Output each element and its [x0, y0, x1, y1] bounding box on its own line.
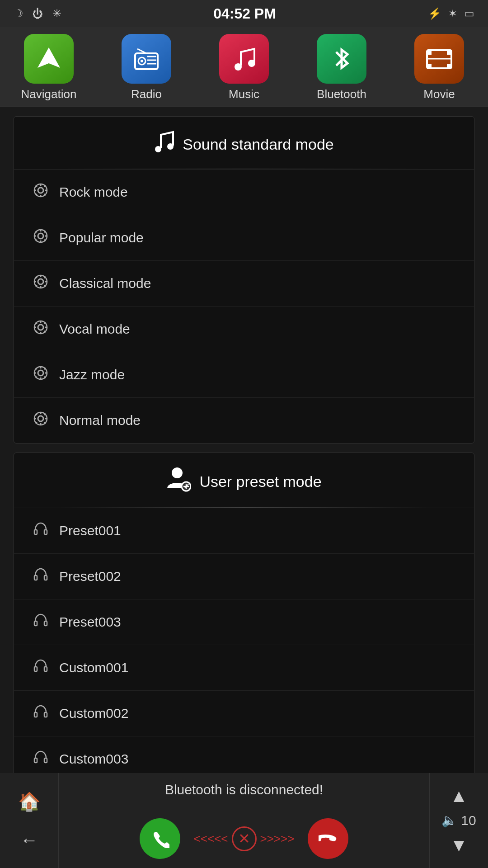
svg-rect-88 [44, 621, 47, 626]
user-preset-icon [166, 466, 191, 498]
music-icon [219, 34, 269, 84]
svg-rect-89 [34, 667, 37, 671]
custom003-label: Custom003 [59, 751, 128, 767]
svg-rect-11 [427, 50, 432, 55]
status-time: 04:52 PM [213, 5, 276, 22]
preset001-label: Preset001 [59, 523, 121, 538]
sound-section-title: Sound standard mode [183, 136, 334, 153]
popular-mode-label: Popular mode [59, 230, 144, 245]
preset001-item[interactable]: Preset001 [14, 508, 474, 554]
popular-mode-item[interactable]: Popular mode [14, 215, 474, 261]
svg-point-68 [38, 416, 43, 421]
back-button[interactable]: ← [20, 830, 38, 850]
vocal-mode-icon [32, 319, 49, 339]
preset001-icon [32, 521, 49, 541]
svg-point-8 [235, 63, 242, 71]
custom001-label: Custom001 [59, 660, 128, 675]
usb-icon: ⚡ [428, 7, 441, 20]
preset003-item[interactable]: Preset003 [14, 599, 474, 645]
radio-icon [122, 34, 171, 84]
svg-rect-85 [34, 576, 37, 580]
bottom-center-bt: Bluetooth is disconnected! <<<<< ✕ >>>>> [59, 773, 429, 868]
jazz-mode-label: Jazz mode [59, 367, 125, 382]
custom003-icon [32, 749, 49, 769]
volume-up-button[interactable]: ▲ [450, 786, 468, 806]
sound-section-header: Sound standard mode [14, 117, 474, 170]
status-left-icons: ☽ ⏻ ✳ [14, 7, 61, 20]
bottom-bar: 🏠 ← Bluetooth is disconnected! <<<<< ✕ >… [0, 773, 488, 868]
app-item-music[interactable]: Music [195, 34, 293, 107]
call-end-button[interactable] [308, 818, 348, 859]
svg-marker-0 [38, 47, 60, 68]
radio-label: Radio [131, 87, 162, 101]
svg-point-3 [141, 60, 143, 62]
preset002-label: Preset002 [59, 569, 121, 584]
svg-rect-14 [447, 64, 451, 68]
normal-mode-item[interactable]: Normal mode [14, 398, 474, 443]
custom002-icon [32, 703, 49, 723]
moon-icon: ☽ [14, 7, 23, 20]
classical-mode-label: Classical mode [59, 276, 151, 291]
custom001-icon [32, 658, 49, 678]
prev-arrows: <<<<< [194, 832, 228, 846]
svg-rect-86 [44, 576, 47, 580]
custom001-item[interactable]: Custom001 [14, 645, 474, 691]
rock-mode-icon [32, 182, 49, 202]
svg-point-16 [155, 146, 161, 152]
bottom-left-nav: 🏠 ← [0, 773, 59, 868]
home-button[interactable]: 🏠 [18, 791, 41, 812]
nav-arrows: <<<<< ✕ >>>>> [194, 826, 295, 851]
sound-section: Sound standard mode Rock mode [14, 116, 474, 443]
bottom-right-vol: ▲ 🔈 10 ▼ [429, 773, 488, 868]
classical-mode-item[interactable]: Classical mode [14, 261, 474, 307]
bluetooth-label: Bluetooth [317, 87, 366, 101]
preset003-label: Preset003 [59, 614, 121, 630]
custom002-item[interactable]: Custom002 [14, 691, 474, 736]
movie-icon [414, 34, 464, 84]
bt-call-controls: <<<<< ✕ >>>>> [140, 818, 349, 859]
svg-rect-84 [44, 530, 47, 534]
svg-point-78 [172, 467, 183, 478]
jazz-mode-item[interactable]: Jazz mode [14, 352, 474, 398]
navigation-label: Navigation [21, 87, 77, 101]
volume-down-button[interactable]: ▼ [450, 835, 468, 855]
music-label: Music [229, 87, 259, 101]
svg-rect-93 [34, 758, 37, 763]
status-bar: ☽ ⏻ ✳ 04:52 PM ⚡ ✶ ▭ [0, 0, 488, 27]
status-right-icons: ⚡ ✶ ▭ [428, 7, 474, 20]
movie-label: Movie [423, 87, 455, 101]
rock-mode-item[interactable]: Rock mode [14, 170, 474, 215]
app-item-bluetooth[interactable]: Bluetooth [293, 34, 390, 107]
preset003-icon [32, 612, 49, 632]
preset-section-title: User preset mode [199, 473, 321, 491]
app-item-radio[interactable]: Radio [98, 34, 195, 107]
preset002-item[interactable]: Preset002 [14, 554, 474, 599]
popular-mode-icon [32, 228, 49, 248]
brightness-icon: ✳ [52, 7, 61, 20]
custom002-label: Custom002 [59, 706, 128, 721]
svg-rect-94 [44, 758, 47, 763]
vocal-mode-label: Vocal mode [59, 321, 130, 337]
vocal-mode-item[interactable]: Vocal mode [14, 307, 474, 352]
app-item-navigation[interactable]: Navigation [0, 34, 98, 107]
svg-rect-91 [34, 712, 37, 717]
battery-icon: ▭ [464, 7, 474, 20]
preset-section: User preset mode Preset001 Preset002 [14, 453, 474, 782]
app-item-movie[interactable]: Movie [390, 34, 488, 107]
normal-mode-label: Normal mode [59, 413, 141, 428]
svg-rect-87 [34, 621, 37, 626]
svg-point-9 [248, 60, 255, 67]
bluetooth-app-icon [317, 34, 366, 84]
navigation-icon [24, 34, 74, 84]
svg-point-18 [38, 188, 43, 193]
svg-rect-12 [447, 50, 451, 55]
volume-display: 🔈 10 [441, 813, 476, 828]
normal-mode-icon [32, 410, 49, 430]
preset002-icon [32, 566, 49, 586]
close-button[interactable]: ✕ [232, 826, 257, 851]
preset-section-header: User preset mode [14, 453, 474, 508]
jazz-mode-icon [32, 365, 49, 385]
next-arrows: >>>>> [260, 832, 295, 846]
call-answer-button[interactable] [140, 818, 180, 859]
svg-rect-92 [44, 712, 47, 717]
